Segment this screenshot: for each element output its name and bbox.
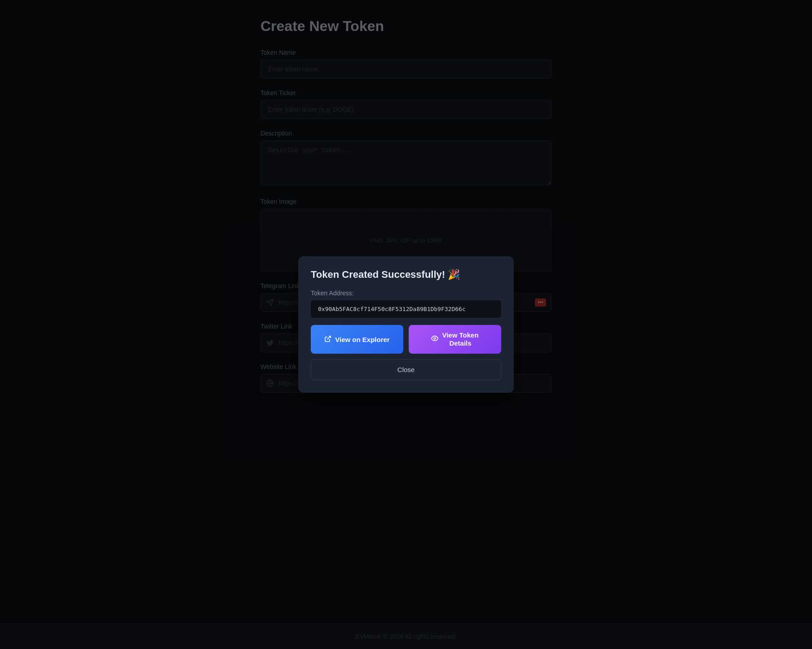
modal-address-box: 0x90Ab5FAC8cf714F50c8F5312Da89B1Db9F32D6… [311, 300, 501, 318]
svg-point-3 [434, 338, 436, 339]
success-modal: Token Created Successfully! 🎉 Token Addr… [298, 256, 514, 393]
modal-address-label: Token Address: [311, 289, 501, 297]
view-on-explorer-label: View on Explorer [335, 336, 389, 343]
modal-overlay: Token Created Successfully! 🎉 Token Addr… [0, 0, 812, 649]
modal-action-buttons: View on Explorer View TokenDetails [311, 325, 501, 354]
close-modal-button[interactable]: Close [311, 359, 501, 380]
view-token-details-label: View TokenDetails [442, 331, 478, 347]
view-on-explorer-button[interactable]: View on Explorer [311, 325, 403, 354]
eye-icon [431, 335, 438, 344]
modal-title: Token Created Successfully! 🎉 [311, 269, 501, 281]
svg-line-2 [327, 336, 331, 339]
view-token-details-button[interactable]: View TokenDetails [409, 325, 501, 354]
external-link-icon [324, 335, 331, 344]
